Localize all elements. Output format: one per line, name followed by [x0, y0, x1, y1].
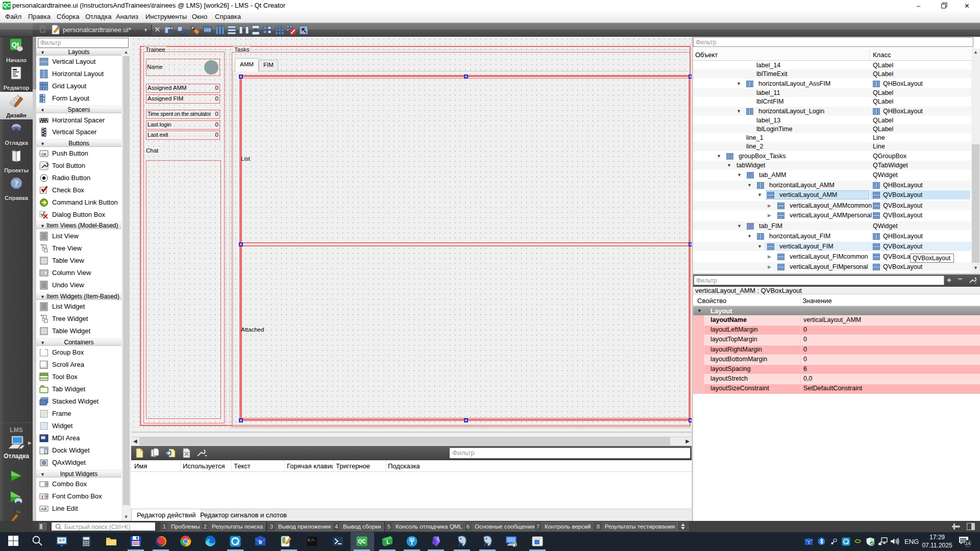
svg-text:?: ?: [14, 179, 19, 188]
svg-text:14: 14: [965, 541, 970, 546]
svg-text:OK: OK: [41, 153, 46, 156]
svg-text:⤵: ⤵: [808, 540, 810, 545]
svg-text:L: L: [386, 539, 389, 545]
svg-text:F: F: [41, 494, 44, 499]
svg-text:123: 123: [204, 28, 211, 32]
svg-text:AB: AB: [41, 507, 46, 511]
svg-text:b: b: [259, 539, 262, 545]
svg-text:C:\: C:\: [308, 538, 314, 542]
svg-text:QC: QC: [358, 539, 366, 544]
